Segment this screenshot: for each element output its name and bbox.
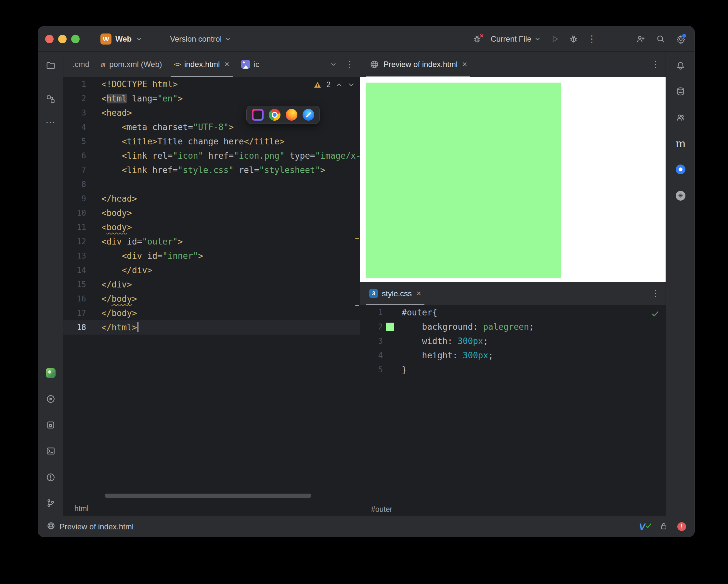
code-line[interactable]: 17</body>: [63, 306, 360, 320]
project-tool-icon[interactable]: [46, 60, 56, 71]
inspections-widget[interactable]: 2: [313, 80, 355, 89]
code-text: <meta charset="UTF-8">: [101, 120, 360, 134]
plugin-tool-icon[interactable]: [46, 368, 56, 378]
breadcrumb-item[interactable]: html: [74, 504, 88, 513]
database-tool-icon[interactable]: [675, 86, 686, 97]
code-text: <link rel="icon" href="icon.png" type="i…: [101, 149, 360, 163]
structure-tool-icon[interactable]: [46, 94, 56, 104]
tab-index-html[interactable]: <> index.html ×: [168, 52, 235, 77]
tab-preview[interactable]: Preview of index.html ×: [363, 52, 473, 77]
debugger-attach-icon[interactable]: ×: [472, 34, 482, 44]
more-tools-icon[interactable]: ⋯: [46, 117, 56, 127]
show-hidden-tabs-icon[interactable]: [330, 61, 337, 68]
firefox-icon[interactable]: [286, 109, 297, 121]
css-options-icon[interactable]: ⋮: [651, 288, 660, 299]
services-tool-icon[interactable]: [46, 394, 56, 404]
code-line[interactable]: 15</div>: [63, 277, 360, 292]
problems-tool-icon[interactable]: [46, 472, 56, 483]
lock-icon[interactable]: [659, 522, 668, 532]
code-text: background: palegreen;: [402, 320, 666, 334]
notifications-bell-icon[interactable]: [675, 60, 686, 71]
line-number: 1: [360, 305, 383, 320]
code-line[interactable]: 9</head>: [63, 192, 360, 206]
code-line[interactable]: 2 background: palegreen;: [360, 320, 666, 334]
git-branch-tool-icon[interactable]: [46, 498, 56, 508]
vcs-widget[interactable]: Version control: [170, 34, 231, 44]
code-line[interactable]: 6 <link rel="icon" href="icon.png" type=…: [63, 149, 360, 163]
breadcrumb[interactable]: html: [63, 501, 360, 516]
chat-bubble-icon: [676, 164, 685, 174]
code-line[interactable]: 1#outer{: [360, 305, 666, 320]
code-line[interactable]: 3 width: 300px;: [360, 334, 666, 348]
tab-label: ic: [254, 60, 259, 69]
tab-label: .cmd: [73, 60, 89, 69]
code-line[interactable]: 16</body>: [63, 292, 360, 306]
debug-button[interactable]: [568, 34, 579, 44]
community-tool-icon[interactable]: [675, 112, 686, 123]
html-editor[interactable]: 1<!DOCTYPE html>2<html lang="en">3<head>…: [63, 77, 360, 501]
line-number: 2: [63, 92, 86, 106]
ai-chat-icon[interactable]: [675, 164, 686, 175]
code-line[interactable]: 10<body>: [63, 206, 360, 220]
titlebar-right-icons: [635, 34, 686, 44]
plugin-icon: [46, 368, 56, 378]
code-line[interactable]: 12<div id="outer">: [63, 234, 360, 249]
code-text: <head>: [101, 106, 360, 120]
v-check-widget[interactable]: V: [639, 522, 650, 532]
minimize-button[interactable]: [58, 35, 67, 43]
code-line[interactable]: 4 height: 300px;: [360, 348, 666, 362]
code-line[interactable]: 2<html lang="en">: [63, 92, 360, 106]
editor-options-icon[interactable]: ⋮: [345, 59, 354, 69]
code-line[interactable]: 5}: [360, 362, 666, 377]
code-text: width: 300px;: [402, 334, 666, 348]
close-icon[interactable]: ×: [416, 288, 421, 299]
close-button[interactable]: [45, 35, 54, 43]
no-problems-check-icon[interactable]: [651, 309, 660, 318]
zoom-button[interactable]: [71, 35, 80, 43]
tab-cmd[interactable]: .cmd: [67, 52, 95, 77]
code-line[interactable]: 5 <title>Title change here</title>: [63, 134, 360, 149]
code-text: #outer{: [402, 305, 666, 320]
browser-preview[interactable]: [360, 77, 666, 282]
code-line[interactable]: 18</html>: [63, 320, 360, 335]
breadcrumb-item[interactable]: #outer: [371, 505, 392, 514]
previous-problem-icon[interactable]: [335, 81, 343, 89]
preview-options-icon[interactable]: ⋮: [651, 59, 660, 69]
code-text: </head>: [101, 192, 360, 206]
line-number: 4: [360, 348, 383, 362]
search-icon[interactable]: [655, 34, 666, 44]
more-actions-icon[interactable]: ⋮: [587, 33, 596, 44]
safari-icon[interactable]: [303, 109, 314, 121]
css-editor[interactable]: 1#outer{2 background: palegreen;3 width:…: [360, 305, 666, 502]
breadcrumb[interactable]: #outer: [360, 502, 666, 517]
close-icon[interactable]: ×: [462, 59, 467, 69]
line-number: 5: [63, 134, 86, 149]
code-line[interactable]: 11<body>: [63, 220, 360, 234]
color-swatch[interactable]: [386, 323, 394, 331]
terminal-tool-icon[interactable]: [46, 446, 56, 456]
tab-pom-xml[interactable]: m pom.xml (Web): [95, 52, 168, 77]
tab-style-css[interactable]: 3 style.css ×: [363, 282, 427, 305]
code-with-me-icon[interactable]: [635, 34, 646, 44]
openai-tool-icon[interactable]: ✳: [675, 191, 686, 201]
tool-window-icon[interactable]: [46, 420, 56, 430]
status-message-group[interactable]: Preview of index.html: [47, 521, 134, 532]
project-widget[interactable]: W Web: [100, 33, 143, 45]
line-number: 6: [63, 149, 86, 163]
code-line[interactable]: 7 <link href="style.css" rel="stylesheet…: [63, 163, 360, 177]
horizontal-scrollbar[interactable]: [105, 493, 311, 498]
next-problem-icon[interactable]: [347, 81, 355, 89]
ide-browser-icon[interactable]: [252, 109, 264, 121]
error-indicator-icon[interactable]: !: [677, 522, 686, 531]
color-swatch-gutter[interactable]: [383, 320, 397, 334]
mellum-m-icon[interactable]: m: [675, 138, 686, 149]
run-button[interactable]: [550, 34, 560, 44]
run-configuration-selector[interactable]: Current File: [491, 34, 541, 44]
settings-gear-icon[interactable]: [676, 34, 686, 44]
code-line[interactable]: 13 <div id="inner">: [63, 249, 360, 263]
tab-icon-png[interactable]: ic: [235, 52, 272, 77]
code-line[interactable]: 8: [63, 177, 360, 192]
close-icon[interactable]: ×: [224, 59, 229, 69]
code-line[interactable]: 14 </div>: [63, 263, 360, 277]
chrome-icon[interactable]: [269, 109, 281, 121]
